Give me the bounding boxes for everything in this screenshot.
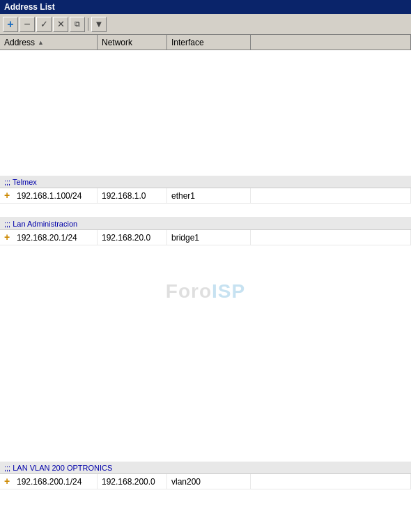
cell-interface: vlan200 (167, 474, 251, 489)
filter-button[interactable]: ▼ (91, 17, 107, 32)
enable-button[interactable]: ✓ (36, 17, 52, 32)
copy-button[interactable]: ⧉ (70, 17, 85, 32)
cell-extra (251, 474, 411, 489)
sort-arrow-icon: ▲ (38, 39, 44, 46)
table-row[interactable]: 192.168.20.1/24 192.168.20.0 bridge1 (0, 230, 411, 245)
cell-interface: ether1 (167, 188, 251, 203)
table-row[interactable]: 192.168.200.1/24 192.168.200.0 vlan200 (0, 474, 411, 489)
table-row[interactable]: 192.168.1.100/24 192.168.1.0 ether1 (0, 188, 411, 204)
toolbar-separator (88, 18, 88, 31)
cell-extra (251, 188, 411, 203)
spacer-row (0, 204, 411, 218)
column-header-network[interactable]: Network (98, 35, 167, 50)
cell-interface: bridge1 (167, 230, 251, 245)
empty-top-area (0, 50, 411, 176)
cell-address: 192.168.200.1/24 (0, 474, 98, 489)
title-bar-label: Address List (4, 2, 55, 12)
toolbar: + − ✓ ✕ ⧉ ▼ (0, 14, 411, 35)
section-header-lan-admin: ;;; Lan Administracion (0, 218, 411, 230)
cell-network: 192.168.1.0 (98, 188, 167, 203)
row-icon (4, 191, 14, 201)
column-header-address[interactable]: Address ▲ (0, 35, 98, 50)
content-area[interactable]: ForoISP ;;; Telmex 192.168.1.100/24 192.… (0, 50, 411, 532)
cell-network: 192.168.20.0 (98, 230, 167, 245)
empty-middle-area (0, 245, 411, 462)
disable-button[interactable]: ✕ (53, 17, 68, 32)
cell-address: 192.168.20.1/24 (0, 230, 98, 245)
add-button[interactable]: + (3, 17, 18, 32)
cell-network: 192.168.200.0 (98, 474, 167, 489)
column-header-extra (251, 35, 411, 50)
column-header-interface[interactable]: Interface (167, 35, 251, 50)
cell-address: 192.168.1.100/24 (0, 188, 98, 203)
cell-extra (251, 230, 411, 245)
remove-button[interactable]: − (20, 17, 35, 32)
section-header-telmex: ;;; Telmex (0, 176, 411, 188)
section-header-lan-vlan: ;;; LAN VLAN 200 OPTRONICS (0, 462, 411, 474)
row-icon (4, 233, 14, 243)
row-icon (4, 477, 14, 487)
title-bar: Address List (0, 0, 411, 14)
table-header: Address ▲ Network Interface (0, 35, 411, 50)
